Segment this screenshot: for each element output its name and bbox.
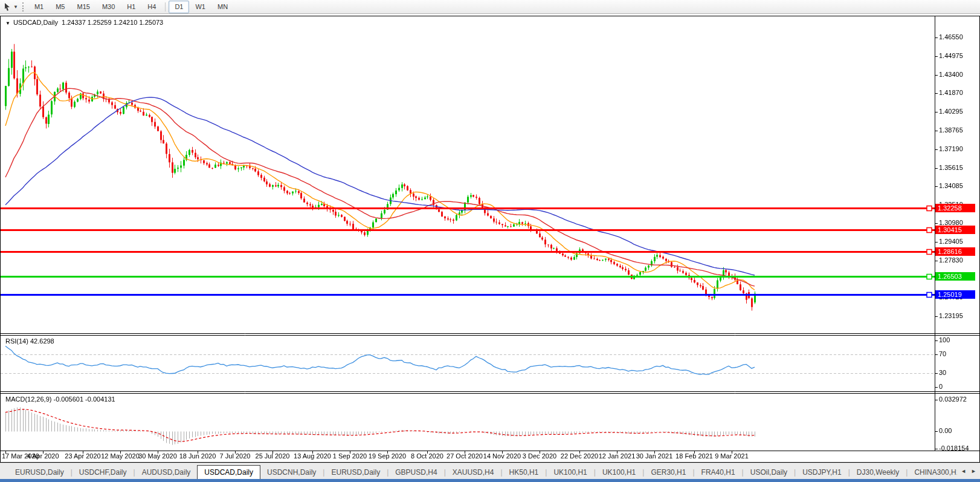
time-axis-label: 14 Nov 2020 (483, 452, 521, 460)
time-axis-label: 18 Jun 2020 (179, 452, 216, 460)
price-axis-tick: 1.34085 (939, 182, 963, 189)
tab-usdjpy-h1[interactable]: USDJPY,H1 (796, 466, 848, 479)
time-axis-label: 30 May 2020 (138, 452, 177, 460)
level-price-label: 1.25019 (935, 290, 975, 299)
chart-tab-bar: EURUSD,Daily|USDCHF,Daily|AUDUSD,DailyUS… (0, 463, 980, 479)
tab-usdchf-daily[interactable]: USDCHF,Daily (73, 466, 134, 479)
rsi-axis-tick: 70 (939, 350, 946, 357)
price-axis-tick: 1.43400 (939, 71, 963, 78)
time-axis-label: 30 Jan 2021 (636, 452, 673, 460)
chart-window: ▼USDCAD,Daily 1.24337 1.25259 1.24210 1.… (0, 16, 980, 463)
rsi-axis-tick: 30 (939, 369, 946, 376)
price-axis-tick: 1.23195 (939, 312, 963, 319)
time-axis-label: 13 Aug 2020 (294, 452, 331, 460)
macd-axis-tick: -0.018154 (939, 445, 969, 452)
timeframe-button-m30[interactable]: M30 (96, 1, 121, 13)
chevron-down-icon[interactable]: ▼ (13, 4, 18, 10)
macd-axis-tick: 0.032972 (939, 396, 967, 403)
rsi-pane-label: RSI(14) 42.6298 (5, 337, 54, 345)
time-axis-label: 25 Jul 2020 (256, 452, 290, 460)
time-axis-label: 3 Dec 2020 (523, 452, 556, 460)
tab-eurusd-daily[interactable]: EURUSD,Daily (8, 466, 71, 479)
timeframe-button-m1[interactable]: M1 (28, 1, 50, 13)
time-axis-label: 18 Feb 2021 (675, 452, 713, 460)
tab-uk100-h1[interactable]: UK100,H1 (596, 466, 642, 479)
time-axis-label: 8 Oct 2020 (411, 452, 443, 460)
price-axis-tick: 1.40295 (939, 108, 963, 115)
rsi-value: 42.6298 (30, 337, 54, 345)
chart-title: ▼USDCAD,Daily 1.24337 1.25259 1.24210 1.… (5, 19, 163, 26)
macd-pane-label: MACD(12,26,9) -0.005601 -0.004131 (5, 396, 115, 403)
timeframe-button-m15[interactable]: M15 (71, 1, 95, 13)
tab-gbpusd-h4[interactable]: GBPUSD,H4 (388, 466, 443, 479)
time-axis-label: 7 Jul 2020 (220, 452, 251, 460)
tab-eurusd-daily[interactable]: EURUSD,Daily (324, 466, 387, 479)
tab-strip: EURUSD,Daily|USDCHF,Daily|AUDUSD,DailyUS… (0, 463, 957, 479)
tab-uk100-h1[interactable]: UK100,H1 (547, 466, 593, 479)
time-axis-label: 23 Apr 2020 (65, 452, 100, 460)
time-axis-label: 19 Sep 2020 (369, 452, 406, 460)
price-axis-tick: 1.46550 (939, 33, 963, 41)
tab-usdcad-daily[interactable]: USDCAD,Daily (197, 465, 260, 479)
level-price-label: 1.28616 (935, 247, 975, 256)
tab-china300-h1[interactable]: CHINA300,H1 (907, 466, 957, 479)
tab-usdcnh-daily[interactable]: USDCNH,Daily (260, 466, 323, 479)
time-axis-label: 1 Sep 2020 (333, 452, 367, 460)
price-axis-tick: 1.27830 (939, 256, 963, 264)
tab-scroll-right-icon[interactable]: ► (971, 468, 976, 474)
macd-values: -0.005601 -0.004131 (53, 396, 115, 403)
tab-xauusd-h4[interactable]: XAUUSD,H4 (446, 466, 501, 479)
price-axis-tick: 1.29405 (939, 238, 963, 245)
timeframe-button-m5[interactable]: M5 (50, 1, 71, 13)
rsi-axis-tick: 100 (939, 336, 950, 344)
chart-canvas[interactable] (0, 16, 980, 463)
taskbar-strip (0, 479, 980, 482)
rsi-axis-tick: 0 (939, 383, 943, 390)
collapse-triangle-icon[interactable]: ▼ (5, 21, 10, 26)
time-axis-label: 12 May 2020 (101, 452, 140, 460)
tab-usoil-daily[interactable]: USOil,Daily (744, 466, 794, 479)
time-axis-label: 12 Jan 2021 (599, 452, 636, 460)
rsi-label: RSI(14) (5, 337, 28, 345)
price-axis-tick: 1.35615 (939, 164, 963, 171)
mt4-terminal: { "toolbar": { "tool_icon": "cursor-tool… (0, 0, 980, 482)
macd-label: MACD(12,26,9) (5, 396, 51, 403)
timeframe-button-h1[interactable]: H1 (121, 1, 141, 13)
cursor-tool-icon[interactable] (3, 2, 12, 11)
price-axis-tick: 1.44975 (939, 52, 963, 59)
time-axis-label: 4 Apr 2020 (27, 452, 59, 460)
time-axis-label: 27 Oct 2020 (446, 452, 483, 460)
tab-fra40-h1[interactable]: FRA40,H1 (695, 466, 742, 479)
tab-scroll-controls: ◄ ► (957, 463, 980, 479)
toolbar-grip[interactable] (22, 2, 24, 11)
level-price-label: 1.30415 (935, 226, 975, 234)
tab-scroll-left-icon[interactable]: ◄ (961, 468, 966, 474)
timeframe-button-d1[interactable]: D1 (169, 1, 189, 13)
chart-title-symbol: USDCAD,Daily (13, 19, 58, 26)
level-price-label: 1.26503 (935, 272, 975, 281)
time-axis-label: 22 Dec 2020 (561, 452, 598, 460)
tab-dj30-weekly[interactable]: DJ30,Weekly (850, 466, 906, 479)
timeframe-button-mn[interactable]: MN (211, 1, 234, 13)
toolbar-separator (165, 2, 166, 11)
toolbar: ▼ M1M5M15M30H1H4D1W1MN (0, 0, 980, 14)
macd-axis-tick: 0.00 (939, 427, 952, 434)
price-axis-tick: 1.38765 (939, 126, 963, 134)
level-price-label: 1.32258 (935, 204, 975, 212)
tab-audusd-daily[interactable]: AUDUSD,Daily (135, 466, 198, 479)
chart-title-ohlc: 1.24337 1.25259 1.24210 1.25073 (62, 19, 163, 26)
price-axis-tick: 1.41870 (939, 89, 963, 96)
tab-hk50-h1[interactable]: HK50,H1 (503, 466, 546, 479)
timeframe-buttons: M1M5M15M30H1H4D1W1MN (28, 1, 234, 13)
price-axis-tick: 1.37190 (939, 145, 963, 152)
tab-ger30-h1[interactable]: GER30,H1 (644, 466, 692, 479)
timeframe-button-w1[interactable]: W1 (189, 1, 211, 13)
time-axis-label: 9 Mar 2021 (715, 452, 749, 460)
timeframe-button-h4[interactable]: H4 (141, 1, 162, 13)
